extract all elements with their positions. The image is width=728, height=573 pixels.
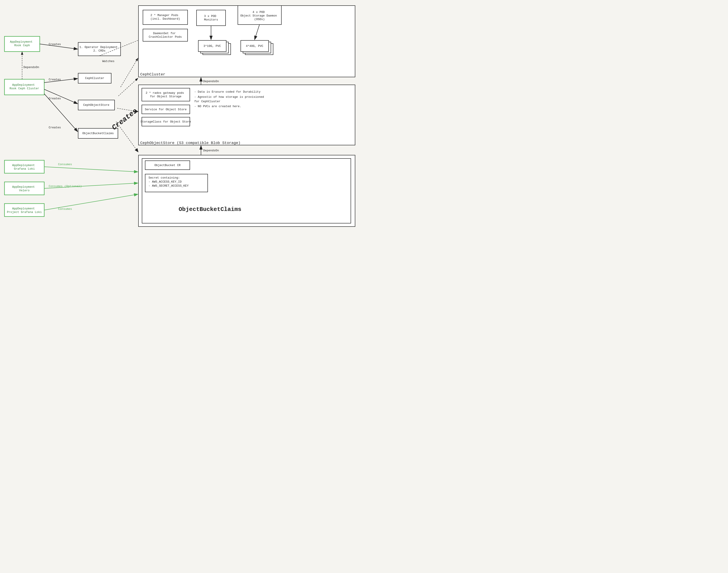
storage-class-label: StorageClass for Object Store xyxy=(140,120,191,123)
creates4-label: Creates xyxy=(49,126,61,129)
no-pvcs-label: - NO PVCs are created here. xyxy=(194,105,241,108)
object-bucket-cr-label: ObjectBucket CR xyxy=(154,164,181,167)
pvc4-label: 4*40G, PVC xyxy=(246,44,263,48)
app-deployment-grafana-loki-label: AppDeployment Grafana Loki xyxy=(12,164,36,170)
ceph-object-store-small-label: CephObjectStore xyxy=(83,103,109,107)
ceph-object-store-section-label: CephObjectStore (S3 compatible Blob Stor… xyxy=(140,141,241,145)
monitors-label: 3 x POD Monitors xyxy=(204,14,218,21)
creates-big-arrow4 xyxy=(116,122,138,152)
depends-on1-label: DependsOn xyxy=(23,66,39,69)
object-bucket-claims-big-label: ObjectBucketClaims xyxy=(179,206,241,213)
app-deployment-rook-ceph-cluster-label: AppDeployment Rook Ceph Cluster xyxy=(10,83,39,90)
diagram-container: 2 * Manager Pods (incl. Dashboard) Daemo… xyxy=(0,0,364,286)
ceph-cluster-section-label: CephCluster xyxy=(140,72,165,76)
rados-gateway-label: 2 * rados gateway pods for Object Storag… xyxy=(146,91,186,98)
creates-big-group: Creates xyxy=(110,107,139,132)
creates2-label: Creates xyxy=(49,78,61,81)
consumes2-label: Consumes (Optional) xyxy=(49,185,82,188)
creates-big-label: Creates xyxy=(110,107,139,132)
creates3-arrow xyxy=(44,89,78,104)
agnostic-label: - Agnostic of how storage is provisioned xyxy=(194,95,264,99)
consumes1-label: Consumes xyxy=(58,163,72,166)
watches-label: Watches xyxy=(102,60,114,63)
for-ceph-cluster-label: for CephCluster xyxy=(194,100,221,103)
manager-pods-label: 2 * Manager Pods (incl. Dashboard) xyxy=(150,14,180,20)
depends-on3-label: DependsOn xyxy=(203,149,219,152)
consumes1-arrow xyxy=(44,167,138,172)
ceph-cluster-small-label: CephCluster xyxy=(85,76,104,80)
pvc3-label: 3*10G, PVC xyxy=(203,44,221,48)
creates1-label: Creates xyxy=(49,43,61,46)
daemonset-label: DaemonSet for CrashCollector Pods xyxy=(149,32,182,39)
rados-gateway-box xyxy=(142,88,190,101)
creates-big-arrow2 xyxy=(118,78,138,96)
monitors-box xyxy=(196,10,226,26)
object-bucket-claims-small-label: ObjectBucketClaims xyxy=(83,132,114,135)
consumes3-label: Consumes xyxy=(58,207,72,211)
data-erasure-label: - Data is Erasure coded for Durability xyxy=(194,90,260,94)
diagram-svg: 2 * Manager Pods (incl. Dashboard) Daemo… xyxy=(0,0,364,286)
creates-big-arrow1 xyxy=(120,58,138,87)
service-object-store-label: Service for Object Store xyxy=(145,108,187,111)
depends-on2-label: DependsOn xyxy=(203,80,219,83)
creates3-label: Creates xyxy=(49,97,61,100)
